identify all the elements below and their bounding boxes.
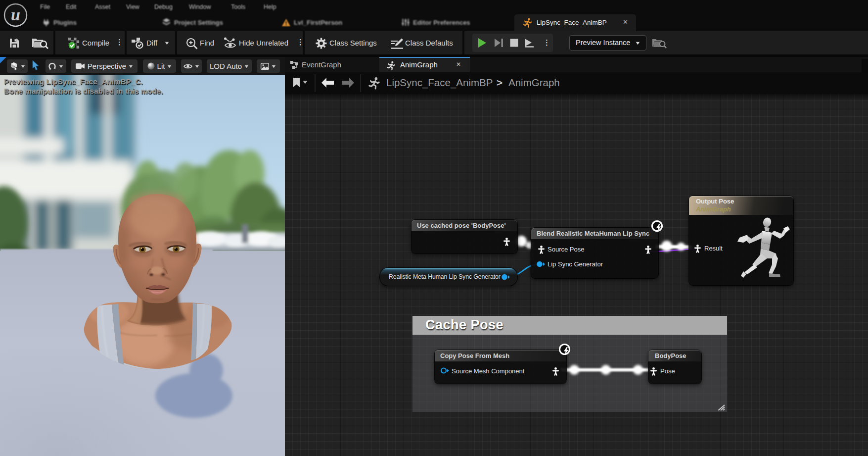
svg-text:u: u [11, 5, 20, 24]
